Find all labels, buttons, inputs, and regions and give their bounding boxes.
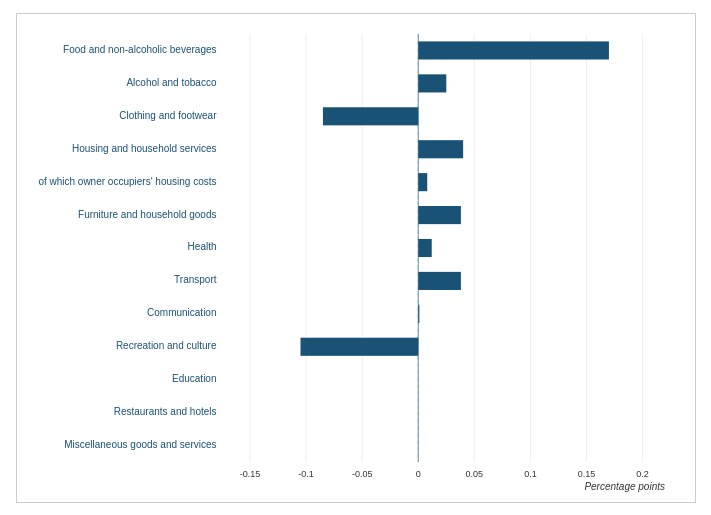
svg-rect-22 [418, 206, 461, 224]
y-label-7: Transport [27, 264, 217, 297]
svg-rect-23 [418, 238, 431, 256]
svg-text:-0.1: -0.1 [298, 469, 314, 479]
chart-container: Food and non-alcoholic beveragesAlcohol … [16, 13, 696, 503]
y-label-11: Restaurants and hotels [27, 396, 217, 429]
svg-text:0.1: 0.1 [524, 469, 537, 479]
y-label-9: Recreation and culture [27, 330, 217, 363]
y-label-6: Health [27, 231, 217, 264]
chart-area: Food and non-alcoholic beveragesAlcohol … [27, 34, 665, 462]
svg-text:Percentage points: Percentage points [584, 481, 665, 492]
y-labels: Food and non-alcoholic beveragesAlcohol … [27, 34, 222, 462]
y-label-10: Education [27, 363, 217, 396]
y-label-3: Housing and household services [27, 132, 217, 165]
y-label-5: Furniture and household goods [27, 198, 217, 231]
svg-text:-0.05: -0.05 [351, 469, 372, 479]
svg-text:0.15: 0.15 [577, 469, 595, 479]
svg-rect-20 [418, 140, 463, 158]
svg-rect-18 [418, 74, 446, 92]
bars-area: -0.15-0.1-0.0500.050.10.150.2Percentage … [222, 34, 665, 462]
svg-rect-21 [418, 173, 427, 191]
svg-rect-17 [418, 41, 609, 59]
svg-text:0.2: 0.2 [636, 469, 649, 479]
y-label-0: Food and non-alcoholic beverages [27, 34, 217, 67]
y-label-8: Communication [27, 297, 217, 330]
svg-text:0.05: 0.05 [465, 469, 483, 479]
svg-text:0: 0 [415, 469, 420, 479]
svg-rect-26 [300, 337, 418, 355]
y-label-12: Miscellaneous goods and services [27, 429, 217, 462]
y-label-2: Clothing and footwear [27, 99, 217, 132]
svg-rect-24 [418, 271, 461, 289]
svg-rect-19 [322, 107, 417, 125]
svg-rect-25 [418, 304, 419, 322]
svg-text:-0.15: -0.15 [239, 469, 260, 479]
y-label-1: Alcohol and tobacco [27, 66, 217, 99]
y-label-4: of which owner occupiers' housing costs [27, 165, 217, 198]
